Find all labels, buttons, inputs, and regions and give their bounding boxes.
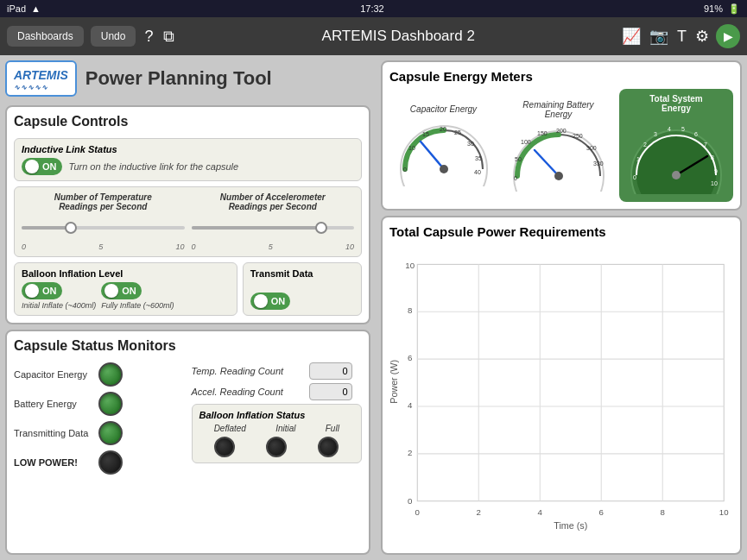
- nav-title: ARTEMIS Dashboard 2: [183, 28, 613, 45]
- svg-text:250: 250: [573, 133, 583, 139]
- svg-text:8: 8: [661, 507, 665, 517]
- svg-text:330: 330: [593, 160, 604, 167]
- temp-slider-thumb[interactable]: [65, 222, 77, 234]
- svg-text:10: 10: [719, 507, 729, 517]
- accel-slider-group: Number of AccelerometerReadings per Seco…: [192, 192, 355, 251]
- transmitting-led: [98, 421, 123, 445]
- svg-text:2: 2: [477, 507, 481, 517]
- capsule-status-panel: Capsule Status Monitors Capacitor Energy…: [5, 330, 370, 555]
- svg-text:Time (s): Time (s): [554, 520, 587, 531]
- sliders-row: Number of TemperatureReadings per Second…: [14, 186, 362, 257]
- camera-icon-button[interactable]: 📷: [648, 25, 670, 47]
- low-power-row: LOW POWER!: [14, 450, 185, 475]
- power-chart-title: Total Capsule Power Requirements: [389, 224, 733, 239]
- accel-slider-label: Number of AccelerometerReadings per Seco…: [192, 192, 355, 211]
- accel-slider-container: [192, 215, 355, 241]
- monitor-left-col: Capacitor Energy Battery Energy Transmit…: [14, 362, 185, 480]
- svg-text:2: 2: [408, 448, 412, 457]
- svg-point-21: [554, 172, 563, 180]
- deflated-led: [214, 437, 235, 457]
- capsule-status-title: Capsule Status Monitors: [14, 338, 362, 356]
- temp-count-row: Temp. Reading Count: [192, 362, 363, 380]
- svg-text:8: 8: [408, 305, 412, 315]
- svg-text:20: 20: [440, 126, 446, 132]
- capacitor-energy-row: Capacitor Energy: [14, 362, 185, 387]
- svg-text:300: 300: [586, 145, 597, 151]
- monitor-right-col: Temp. Reading Count Accel. Reading Count…: [192, 362, 363, 480]
- balloon-toggle-2-item: ON Fully Inflate (~600ml): [101, 282, 174, 310]
- left-panel: ARTEMIS ∿∿∿∿∿ Power Planning Tool Capsul…: [0, 55, 376, 560]
- svg-text:4: 4: [408, 400, 413, 410]
- initial-led: [266, 437, 287, 457]
- balloon-toggle-1-item: ON Initial Inflate (~400ml): [22, 282, 96, 310]
- power-chart-panel: Total Capsule Power Requirements Power (…: [381, 216, 742, 555]
- help-button[interactable]: ?: [142, 26, 155, 47]
- capacitor-energy-label: Capacitor Energy: [14, 369, 92, 380]
- capacitor-meter-title: Capacitor Energy: [389, 104, 497, 114]
- energy-meters-panel: Capsule Energy Meters Capacitor Energy: [381, 60, 742, 211]
- svg-text:1: 1: [636, 156, 640, 162]
- transmit-panel: Transmit Data ON: [243, 262, 362, 316]
- dashboards-button[interactable]: Dashboards: [7, 26, 84, 47]
- svg-text:6: 6: [694, 131, 698, 137]
- battery-gauge-svg: 0 50 100 150 200 250 300 330: [507, 123, 611, 192]
- transmit-toggle[interactable]: ON: [250, 293, 291, 310]
- svg-text:4: 4: [668, 126, 671, 132]
- svg-text:50: 50: [515, 156, 522, 162]
- battery-energy-row: Battery Energy: [14, 392, 185, 416]
- svg-text:0: 0: [408, 496, 412, 506]
- main-content: ARTEMIS ∿∿∿∿∿ Power Planning Tool Capsul…: [0, 55, 747, 560]
- svg-point-10: [440, 165, 448, 173]
- svg-text:150: 150: [537, 130, 548, 136]
- deflated-label: Deflated: [214, 424, 246, 433]
- svg-point-25: [672, 171, 681, 179]
- svg-text:15: 15: [422, 131, 429, 137]
- svg-text:40: 40: [474, 169, 481, 175]
- svg-text:7: 7: [704, 142, 707, 148]
- low-power-label: LOW POWER!: [14, 457, 92, 468]
- tool-title: Power Planning Tool: [85, 67, 272, 90]
- accel-slider-thumb[interactable]: [315, 222, 327, 234]
- full-led: [318, 437, 339, 457]
- undo-button[interactable]: Undo: [91, 26, 136, 47]
- accel-count-input[interactable]: [309, 383, 352, 400]
- play-icon-button[interactable]: ▶: [716, 24, 740, 48]
- battery-meter-title: Remaining BatteryEnergy: [504, 100, 612, 119]
- temp-slider-group: Number of TemperatureReadings per Second…: [22, 192, 185, 251]
- settings-icon-button[interactable]: ⚙: [693, 25, 711, 47]
- balloon-inflation-status: Balloon Inflation Status Deflated Initia…: [192, 404, 363, 463]
- chart-icon-button[interactable]: 📈: [620, 25, 643, 47]
- temp-count-label: Temp. Reading Count: [192, 366, 304, 376]
- inductive-link-toggle[interactable]: ON: [22, 158, 62, 175]
- svg-text:10: 10: [711, 180, 718, 186]
- inductive-link-label: Inductive Link Status: [22, 144, 354, 154]
- balloon-panel: Balloon Inflation Level ON Initial Infla…: [14, 262, 237, 316]
- logo-area: ARTEMIS ∿∿∿∿∿ Power Planning Tool: [5, 60, 370, 97]
- text-icon-button[interactable]: T: [675, 26, 688, 47]
- svg-text:10: 10: [408, 145, 415, 151]
- transmitting-row: Transmitting Data: [14, 421, 185, 445]
- battery-meter: Remaining BatteryEnergy 0 50 100 150 200…: [504, 100, 612, 192]
- svg-text:9: 9: [714, 168, 718, 174]
- battery-icon: 🔋: [728, 3, 740, 15]
- svg-text:0: 0: [403, 167, 407, 173]
- initial-label: Initial: [275, 424, 295, 433]
- temp-count-input[interactable]: [309, 362, 352, 380]
- balloon-toggle-2[interactable]: ON: [101, 282, 142, 299]
- low-power-led: [98, 450, 123, 475]
- balloon-toggle-1[interactable]: ON: [22, 282, 62, 299]
- temp-slider-container: [22, 215, 185, 241]
- svg-text:Power (W): Power (W): [389, 360, 399, 404]
- accel-count-label: Accel. Reading Count: [192, 387, 304, 397]
- toggle-knob: [25, 160, 39, 173]
- svg-text:0: 0: [514, 175, 517, 181]
- inductive-link-row: Inductive Link Status ON Turn on the ind…: [14, 138, 362, 181]
- svg-text:30: 30: [467, 141, 474, 147]
- total-energy-box: Total SystemEnergy 0 1 2 3: [619, 89, 733, 202]
- capacitor-meter: Capacitor Energy 0 10 15: [389, 104, 497, 186]
- copy-button[interactable]: ⧉: [161, 26, 176, 47]
- svg-text:200: 200: [556, 128, 567, 134]
- transmit-label: Transmit Data: [250, 268, 313, 279]
- svg-text:6: 6: [408, 353, 412, 362]
- status-bar: iPad ▲ 17:32 91% 🔋: [0, 0, 747, 17]
